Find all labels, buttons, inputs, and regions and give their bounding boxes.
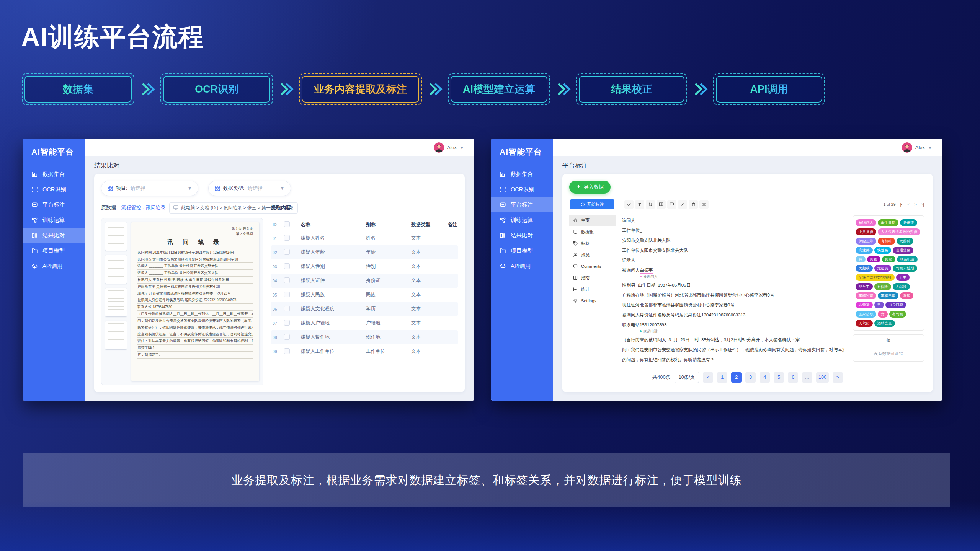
tag-chip[interactable]: 无超员 (874, 265, 892, 272)
tag-chip[interactable]: 超员 (882, 256, 895, 263)
page-size-select[interactable]: 10条/页 (675, 372, 699, 383)
anno-nav-members[interactable]: 成员 (569, 249, 616, 261)
sidebar-item-training[interactable]: 训练运算 (23, 212, 85, 228)
check-icon[interactable] (624, 200, 634, 209)
tag-chip[interactable]: 非营运 (856, 302, 873, 308)
tag-chip[interactable]: 快速路 (874, 247, 892, 254)
tag-chip[interactable]: 无超载 (856, 265, 873, 272)
next-page-icon[interactable]: > (914, 202, 916, 207)
page-thumbnail[interactable] (105, 255, 127, 284)
tag-chip[interactable]: 出生日期 (878, 219, 898, 226)
tag-chip[interactable]: 有保险 (874, 283, 892, 290)
tag-chip[interactable]: 车辆与驾照类型相符 (856, 274, 895, 281)
tag-chip[interactable]: 营运 (900, 292, 913, 299)
sort-icon[interactable] (646, 200, 655, 209)
next-page-button[interactable]: > (833, 372, 843, 383)
tag-chip[interactable]: 无驾照 (856, 320, 873, 327)
row-checkbox[interactable] (284, 306, 290, 311)
anno-nav-labels[interactable]: 标签 (569, 238, 616, 249)
tag-chip[interactable]: 酒精含量 (874, 320, 895, 327)
tag-chip[interactable]: 国家公职 (856, 311, 876, 318)
tag-chip[interactable]: 答 (856, 256, 866, 263)
tag-chip[interactable]: 车辆已审 (878, 292, 898, 299)
page-thumbnail[interactable] (105, 321, 127, 349)
page-thumbnail[interactable] (105, 288, 127, 316)
sidebar-item-model[interactable]: 项目模型 (491, 243, 553, 258)
tag-chip[interactable]: 出身日期 (885, 302, 906, 308)
sidebar-item-ocr[interactable]: OCR识别 (491, 182, 553, 197)
anno-nav-guide[interactable]: 指南 (569, 272, 616, 284)
tag-chip[interactable]: 超载 (867, 256, 880, 263)
annotation-span[interactable]: 15612097893 (640, 323, 666, 328)
page-button[interactable]: 6 (788, 372, 798, 383)
tag-chip[interactable]: 车辆过审 (856, 292, 876, 299)
data-type-filter[interactable]: 数据类型: 请选择 ▼ (208, 181, 291, 196)
first-page-icon[interactable]: |< (900, 202, 903, 207)
tag-chip[interactable]: 有前科 (878, 238, 895, 245)
tag-chip[interactable]: 无保险 (893, 283, 910, 290)
anno-nav-settings[interactable]: Settings (569, 295, 616, 306)
sidebar-item-api[interactable]: API调用 (491, 258, 553, 274)
tag-chip[interactable]: 无前科 (897, 238, 914, 245)
row-checkbox[interactable] (284, 320, 290, 326)
sidebar-item-annotate[interactable]: 平台标注 (491, 197, 553, 212)
filter-icon[interactable] (635, 200, 644, 209)
last-page-icon[interactable]: >| (921, 202, 924, 207)
columns-icon[interactable] (657, 200, 666, 209)
prev-page-icon[interactable]: < (908, 202, 910, 207)
tag-chip[interactable]: 保险正常 (856, 238, 876, 245)
prev-page-button[interactable]: < (703, 372, 713, 383)
sidebar-item-ocr[interactable]: OCR识别 (23, 182, 85, 197)
page-button[interactable]: 1 (717, 372, 727, 383)
project-filter[interactable]: 项目: 请选择 ▼ (101, 181, 198, 196)
page-button[interactable]: 100 (816, 372, 829, 383)
row-checkbox[interactable] (284, 277, 290, 283)
tag-chip[interactable]: 身份证 (900, 219, 917, 226)
sidebar-item-dataset[interactable]: 数据集合 (491, 166, 553, 182)
row-checkbox[interactable] (284, 249, 290, 255)
tag-chip[interactable]: 车主 (896, 274, 910, 281)
source-link[interactable]: 流程管控 - 讯问笔录 (121, 204, 166, 211)
sidebar-item-compare[interactable]: 结果比对 (23, 228, 85, 243)
row-checkbox[interactable] (284, 334, 290, 340)
row-checkbox[interactable] (284, 263, 290, 269)
tag-chip[interactable]: 被询问人 (856, 219, 876, 226)
sidebar-item-dataset[interactable]: 数据集合 (23, 166, 85, 182)
sidebar-item-training[interactable]: 训练运算 (491, 212, 553, 228)
page-button[interactable]: 4 (760, 372, 770, 383)
sidebar-item-model[interactable]: 项目模型 (23, 243, 85, 258)
page-thumbnail[interactable] (105, 222, 127, 251)
sidebar-item-compare[interactable]: 结果比对 (491, 228, 553, 243)
tag-chip[interactable]: 联系电话 (897, 256, 918, 263)
user-menu[interactable]: Alex ▼ (434, 142, 464, 153)
tag-chip[interactable]: 人大代表或者政协委员 (878, 228, 920, 235)
user-menu[interactable]: Alex ▼ (902, 142, 932, 153)
anno-nav-dataset[interactable]: 数据集 (569, 226, 616, 238)
row-checkbox[interactable] (284, 348, 290, 354)
row-checkbox[interactable] (284, 292, 290, 297)
anno-nav-comments[interactable]: Comments (569, 261, 616, 272)
select-all-checkbox[interactable] (284, 221, 290, 227)
tag-chip[interactable]: 有驾照 (889, 311, 906, 318)
page-button[interactable]: 5 (774, 372, 784, 383)
tag-chip[interactable]: 女 (878, 311, 888, 318)
anno-nav-home[interactable]: 主页 (569, 215, 616, 226)
row-checkbox[interactable] (284, 235, 290, 241)
tag-chip[interactable]: 普通道路 (893, 247, 913, 254)
tag-chip[interactable]: 高速路 (856, 247, 873, 254)
tag-chip[interactable]: 男 (874, 302, 884, 308)
import-data-button[interactable]: 导入数据 (569, 181, 611, 194)
anno-nav-stats[interactable]: 统计 (569, 284, 616, 295)
page-ellipsis[interactable]: … (802, 372, 812, 383)
tag-chip[interactable]: 中共党员 (856, 228, 876, 235)
trash-icon[interactable] (689, 200, 698, 209)
page-button[interactable]: 3 (745, 372, 756, 383)
magic-wand-icon[interactable] (678, 200, 687, 209)
page-button-active[interactable]: 2 (731, 372, 742, 383)
tag-chip[interactable]: 非车主 (856, 283, 873, 290)
sidebar-item-api[interactable]: API调用 (23, 258, 85, 274)
comment-icon[interactable] (667, 200, 676, 209)
keyboard-icon[interactable] (699, 200, 709, 209)
start-annotation-button[interactable]: 开始标注 (570, 199, 614, 209)
sidebar-item-annotate[interactable]: 平台标注 (23, 197, 85, 212)
